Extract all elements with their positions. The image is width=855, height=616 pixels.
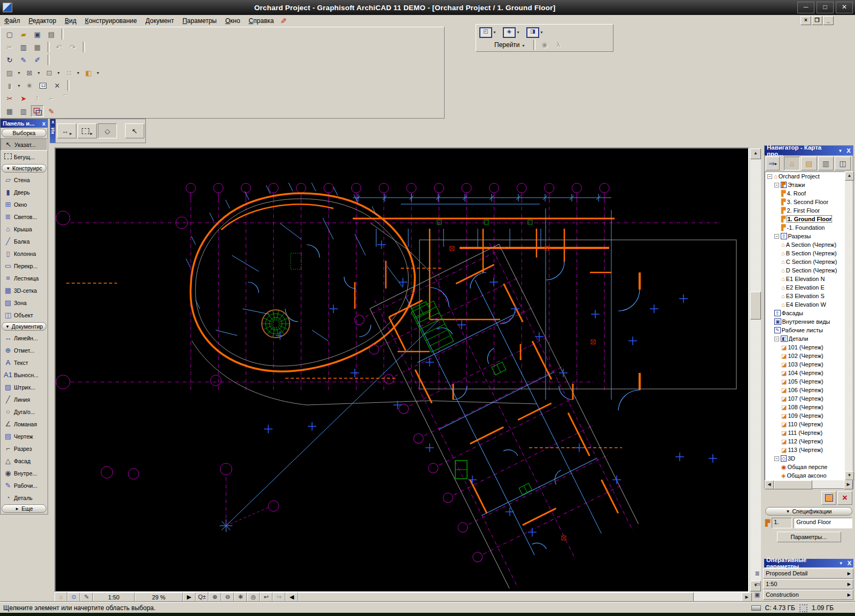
- highlight-pencil-icon[interactable]: ✎: [279, 18, 287, 24]
- find-select-button[interactable]: ↻: [3, 54, 16, 66]
- scroll-right-icon[interactable]: ▶: [844, 480, 853, 489]
- tree-item[interactable]: ◪110 (Чертеж): [765, 420, 844, 428]
- quick-options-title-bar[interactable]: Оперативные параметры ▼ X: [764, 559, 853, 567]
- tree-vertical-scrollbar[interactable]: ▲ ▼: [845, 171, 853, 480]
- scrollbar-thumb[interactable]: [774, 480, 812, 489]
- tree-item[interactable]: −⇧Разрезы: [765, 232, 844, 240]
- maximize-button[interactable]: □: [817, 2, 834, 13]
- tool-marquee-tool[interactable]: Бегущ...: [1, 151, 48, 163]
- gravity-button[interactable]: ▨: [3, 67, 16, 79]
- layout-book-button[interactable]: ▥: [818, 157, 834, 170]
- tool-worksheet-tool[interactable]: ✎Рабочи...: [1, 479, 48, 492]
- tree-item[interactable]: ▣Внутренние виды: [765, 317, 844, 326]
- zoom-out-button[interactable]: ⊖: [221, 592, 234, 602]
- zoom-preview-button[interactable]: ⊙: [67, 592, 80, 602]
- scroll-down-icon[interactable]: ▼: [845, 471, 854, 480]
- tree-item[interactable]: −▛Этажи: [765, 181, 844, 189]
- mini-toolbar-close-icon[interactable]: x: [51, 119, 54, 124]
- expand-collapse-icon[interactable]: −: [767, 174, 772, 179]
- camera-path-button[interactable]: ◉: [538, 39, 551, 51]
- tree-item[interactable]: ⌂D Section (Чертеж): [765, 266, 844, 275]
- toolbox-more-header[interactable]: ►Еще: [2, 504, 46, 513]
- tool-detail-tool[interactable]: ◔Деталь: [1, 492, 48, 503]
- floor-plan-view-icon[interactable]: ◰: [479, 27, 492, 38]
- tree-item[interactable]: ◪102 (Чертеж): [765, 352, 844, 360]
- tree-item[interactable]: ◪111 (Чертеж): [765, 428, 844, 437]
- tree-item[interactable]: ▛3. Second Floor: [765, 198, 844, 206]
- scrollbar-thumb[interactable]: [298, 592, 694, 602]
- tool-line-tool[interactable]: ╱Линия: [1, 393, 48, 406]
- tree-item[interactable]: ⌂E4 Elevation W: [765, 300, 844, 309]
- tool-arc-tool[interactable]: ○Дуга/о...: [1, 406, 48, 418]
- tree-item[interactable]: ◪103 (Чертеж): [765, 360, 844, 369]
- menu-вид[interactable]: Вид: [60, 16, 81, 26]
- zoom-in-button[interactable]: ⊕: [208, 592, 221, 602]
- tool-label-tool[interactable]: A1Выносн...: [1, 369, 48, 381]
- navigator-title-bar[interactable]: Навигатор - Карта про... ▼ X: [765, 146, 853, 155]
- fit-in-window-button[interactable]: ◎: [247, 592, 260, 602]
- tree-item[interactable]: −◇3D: [765, 454, 844, 463]
- project-map-button[interactable]: ⌂: [784, 157, 800, 170]
- tool-section-tool[interactable]: ⌐Разрез: [1, 442, 48, 455]
- palette-section-0[interactable]: Выборка: [2, 129, 46, 137]
- lock-elements-button[interactable]: ▥: [17, 105, 30, 117]
- tree-horizontal-scrollbar[interactable]: ◀ ▶: [765, 480, 853, 488]
- tool-roof-tool[interactable]: ⌂Крыша: [1, 223, 48, 235]
- scrollbar-thumb[interactable]: [750, 292, 761, 319]
- group-elements-button[interactable]: ▦: [3, 105, 16, 117]
- specifications-header[interactable]: ▼Спецификации: [765, 507, 852, 516]
- dropdown-arrow-icon[interactable]: ▼: [57, 71, 60, 75]
- title-bar[interactable]: Orchard Project - Graphisoft ArchiCAD 11…: [0, 0, 855, 15]
- next-zoom-button[interactable]: ↪: [273, 592, 285, 602]
- tree-item[interactable]: ◪112 (Чертеж): [765, 437, 844, 446]
- dropdown-arrow-icon[interactable]: ▼: [37, 71, 41, 75]
- open-folder-button[interactable]: ▰: [17, 28, 30, 40]
- measure-button[interactable]: 12: [37, 80, 50, 91]
- publisher-sets-button[interactable]: ◫: [835, 157, 851, 170]
- 3d-view-button[interactable]: ◈▼: [503, 27, 522, 38]
- dropdown-arrow-icon[interactable]: ▼: [17, 71, 21, 75]
- pan-hand-button[interactable]: ✱: [234, 592, 247, 602]
- stretch-button[interactable]: ✕: [51, 80, 64, 91]
- marquee-frame-button[interactable]: [31, 105, 44, 117]
- tree-item[interactable]: ⌂E3 Elevation S: [765, 292, 844, 300]
- drag-mode-button[interactable]: ↔▶: [57, 123, 76, 138]
- copy-button[interactable]: ▥: [17, 41, 30, 53]
- tree-item[interactable]: ◪105 (Чертеж): [765, 377, 844, 386]
- tree-item[interactable]: ⌂E2 Elevation E: [765, 283, 844, 292]
- cursor-snap-button[interactable]: ⊡: [43, 67, 56, 79]
- fillet-button[interactable]: ⌒: [59, 92, 72, 104]
- snap-grid-button[interactable]: ∷: [63, 67, 75, 79]
- menu-параметры[interactable]: Параметры: [178, 16, 221, 26]
- palette-section-1[interactable]: ▼Конструирс: [2, 164, 46, 173]
- tree-item[interactable]: ◪107 (Чертеж): [765, 394, 844, 403]
- pen-set-selector[interactable]: Construction▶: [763, 590, 853, 600]
- canvas-vertical-scrollbar[interactable]: ▲ ▼: [750, 149, 761, 591]
- trim-button[interactable]: ✂: [3, 92, 16, 104]
- menu-редактор[interactable]: Редактор: [25, 16, 61, 26]
- adjust-button[interactable]: ⊺: [31, 92, 44, 104]
- quick-views-button[interactable]: ⌂: [55, 592, 67, 602]
- tree-item[interactable]: ◪109 (Чертеж): [765, 411, 844, 420]
- 3d-view-icon[interactable]: ◈: [503, 27, 516, 38]
- tree-item[interactable]: ✎Рабочие листы: [765, 326, 844, 334]
- minimize-button[interactable]: ─: [797, 2, 814, 13]
- expand-right-icon[interactable]: ▶: [183, 592, 196, 602]
- guide-lines-button[interactable]: ⊠: [23, 67, 36, 79]
- navigator-menu-icon[interactable]: ▼: [836, 149, 844, 153]
- tool-pointer-tool[interactable]: ↖Указат...: [1, 138, 48, 151]
- tool-slab-tool[interactable]: ▭Перекр...: [1, 260, 48, 272]
- tool-stair-tool[interactable]: ≡Лестница: [1, 272, 48, 284]
- menu-окно[interactable]: Окно: [221, 16, 244, 26]
- menu-документ[interactable]: Документ: [141, 16, 178, 26]
- tool-wall-tool[interactable]: ▱Стена: [1, 174, 48, 186]
- element-settings-button[interactable]: ✳: [23, 80, 36, 91]
- expand-collapse-icon[interactable]: −: [774, 337, 779, 341]
- announce-button[interactable]: ➤: [17, 92, 30, 104]
- tree-item[interactable]: ◈Общая аксоно: [765, 471, 844, 480]
- tree-item[interactable]: ▛1. Ground Floor: [765, 215, 844, 223]
- expand-collapse-icon[interactable]: −: [774, 234, 779, 239]
- zoom-plusminus-button[interactable]: Q±: [196, 592, 208, 602]
- delete-viewpoint-button[interactable]: ×: [837, 491, 852, 505]
- goto-button[interactable]: Перейти ▼: [491, 41, 531, 49]
